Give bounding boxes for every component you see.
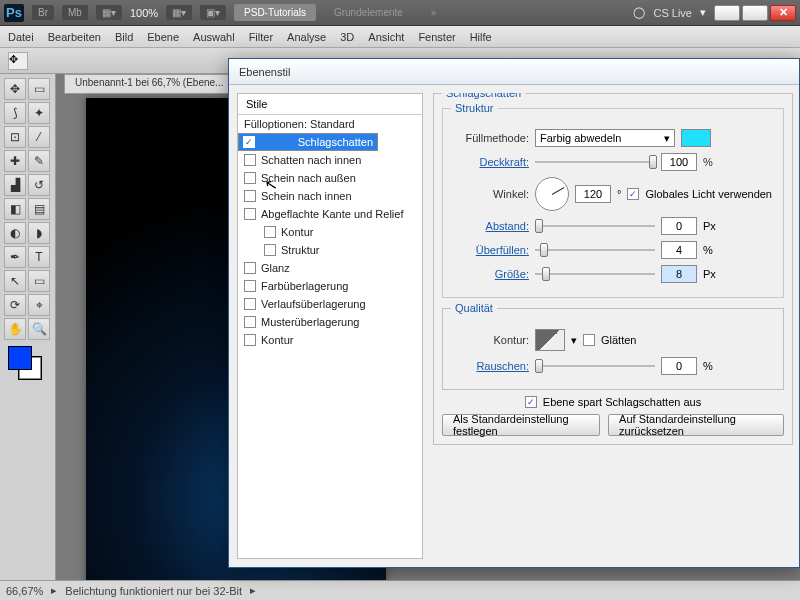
style-item-4[interactable]: Abgeflachte Kante und Relief xyxy=(238,205,422,223)
style-item-11[interactable]: Kontur xyxy=(238,331,422,349)
stamp-tool[interactable]: ▟ xyxy=(4,174,26,196)
knockout-checkbox[interactable]: ✓ xyxy=(525,396,537,408)
angle-dial[interactable] xyxy=(535,177,569,211)
view-chip[interactable]: ▦▾ xyxy=(166,5,192,20)
style-item-3[interactable]: Schein nach innen xyxy=(238,187,422,205)
fg-color-swatch[interactable] xyxy=(8,346,32,370)
style-item-8[interactable]: Farbüberlagerung xyxy=(238,277,422,295)
hand-tool[interactable]: ✋ xyxy=(4,318,26,340)
style-checkbox[interactable]: ✓ xyxy=(243,136,255,148)
style-checkbox[interactable] xyxy=(244,262,256,274)
menu-datei[interactable]: Datei xyxy=(8,31,34,43)
maximize-button[interactable]: ☐ xyxy=(742,5,768,21)
distance-slider[interactable] xyxy=(535,218,655,234)
zoom-level[interactable]: 100% xyxy=(130,7,158,19)
heal-tool[interactable]: ✚ xyxy=(4,150,26,172)
close-button[interactable]: ✕ xyxy=(770,5,796,21)
3d-tool[interactable]: ⟳ xyxy=(4,294,26,316)
style-checkbox[interactable] xyxy=(264,226,276,238)
menu-analyse[interactable]: Analyse xyxy=(287,31,326,43)
eraser-tool[interactable]: ◧ xyxy=(4,198,26,220)
style-checkbox[interactable] xyxy=(264,244,276,256)
style-checkbox[interactable] xyxy=(244,316,256,328)
3d-cam-tool[interactable]: ⌖ xyxy=(28,294,50,316)
style-item-5[interactable]: Kontur xyxy=(238,223,422,241)
size-slider[interactable] xyxy=(535,266,655,282)
style-checkbox[interactable] xyxy=(244,208,256,220)
color-swatches[interactable] xyxy=(4,346,51,384)
style-item-1[interactable]: Schatten nach innen xyxy=(238,151,422,169)
pen-tool[interactable]: ✒ xyxy=(4,246,26,268)
history-tool[interactable]: ↺ xyxy=(28,174,50,196)
noise-input[interactable] xyxy=(661,357,697,375)
menu-ansicht[interactable]: Ansicht xyxy=(368,31,404,43)
eyedropper-tool[interactable]: ⁄ xyxy=(28,126,50,148)
style-checkbox[interactable] xyxy=(244,298,256,310)
opacity-input[interactable] xyxy=(661,153,697,171)
blur-tool[interactable]: ◐ xyxy=(4,222,26,244)
lasso-tool[interactable]: ⟆ xyxy=(4,102,26,124)
style-item-6[interactable]: Struktur xyxy=(238,241,422,259)
shadow-color-swatch[interactable] xyxy=(681,129,711,147)
workspace-more[interactable]: » xyxy=(421,4,447,21)
screen-chip[interactable]: ▣▾ xyxy=(200,5,226,20)
move-tool[interactable]: ✥ xyxy=(4,78,26,100)
style-checkbox[interactable] xyxy=(244,334,256,346)
path-tool[interactable]: ↖ xyxy=(4,270,26,292)
shape-tool[interactable]: ▭ xyxy=(28,270,50,292)
antialias-checkbox[interactable] xyxy=(583,334,595,346)
status-zoom[interactable]: 66,67% xyxy=(6,585,43,597)
global-light-checkbox[interactable]: ✓ xyxy=(627,188,639,200)
distance-input[interactable] xyxy=(661,217,697,235)
menu-hilfe[interactable]: Hilfe xyxy=(470,31,492,43)
document-tab[interactable]: Unbenannt-1 bei 66,7% (Ebene... xyxy=(64,74,234,94)
blendmode-select[interactable]: Farbig abwedeln▾ xyxy=(535,129,675,147)
gradient-tool[interactable]: ▤ xyxy=(28,198,50,220)
reset-default-button[interactable]: Auf Standardeinstellung zurücksetzen xyxy=(608,414,784,436)
cslive-dropdown-icon[interactable]: ▾ xyxy=(700,6,706,19)
size-input[interactable] xyxy=(661,265,697,283)
size-label: Größe: xyxy=(451,268,529,280)
type-tool[interactable]: T xyxy=(28,246,50,268)
minibridge-chip[interactable]: Mb xyxy=(62,5,88,20)
zoom-tool[interactable]: 🔍 xyxy=(28,318,50,340)
menu-bearbeiten[interactable]: Bearbeiten xyxy=(48,31,101,43)
menu-bild[interactable]: Bild xyxy=(115,31,133,43)
bridge-chip[interactable]: Br xyxy=(32,5,54,20)
cslive-label[interactable]: CS Live xyxy=(653,7,692,19)
arrange-chip[interactable]: ▦▾ xyxy=(96,5,122,20)
style-checkbox[interactable] xyxy=(244,280,256,292)
style-checkbox[interactable] xyxy=(244,172,256,184)
move-tool-icon[interactable]: ✥ xyxy=(8,52,28,70)
angle-input[interactable] xyxy=(575,185,611,203)
menu-ebene[interactable]: Ebene xyxy=(147,31,179,43)
marquee-tool[interactable]: ▭ xyxy=(28,78,50,100)
dialog-titlebar[interactable]: Ebenenstil xyxy=(229,59,799,85)
style-item-10[interactable]: Musterüberlagerung xyxy=(238,313,422,331)
opacity-slider[interactable] xyxy=(535,154,655,170)
spread-slider[interactable] xyxy=(535,242,655,258)
style-item-7[interactable]: Glanz xyxy=(238,259,422,277)
contour-picker[interactable] xyxy=(535,329,565,351)
menu-filter[interactable]: Filter xyxy=(249,31,273,43)
style-item-9[interactable]: Verlaufsüberlagerung xyxy=(238,295,422,313)
menu-auswahl[interactable]: Auswahl xyxy=(193,31,235,43)
cslive-icon[interactable]: ◯ xyxy=(633,6,645,19)
crop-tool[interactable]: ⊡ xyxy=(4,126,26,148)
make-default-button[interactable]: Als Standardeinstellung festlegen xyxy=(442,414,600,436)
noise-slider[interactable] xyxy=(535,358,655,374)
spread-input[interactable] xyxy=(661,241,697,259)
workspace-tab-active[interactable]: PSD-Tutorials xyxy=(234,4,316,21)
brush-tool[interactable]: ✎ xyxy=(28,150,50,172)
minimize-button[interactable]: ─ xyxy=(714,5,740,21)
style-checkbox[interactable] xyxy=(244,190,256,202)
menu-3d[interactable]: 3D xyxy=(340,31,354,43)
style-checkbox[interactable] xyxy=(244,154,256,166)
wand-tool[interactable]: ✦ xyxy=(28,102,50,124)
fill-options-row[interactable]: Fülloptionen: Standard xyxy=(238,115,422,133)
dodge-tool[interactable]: ◗ xyxy=(28,222,50,244)
workspace-tab[interactable]: Grundelemente xyxy=(324,4,413,21)
menu-fenster[interactable]: Fenster xyxy=(418,31,455,43)
style-item-2[interactable]: Schein nach außen xyxy=(238,169,422,187)
style-item-0[interactable]: ✓Schlagschatten xyxy=(238,133,378,151)
